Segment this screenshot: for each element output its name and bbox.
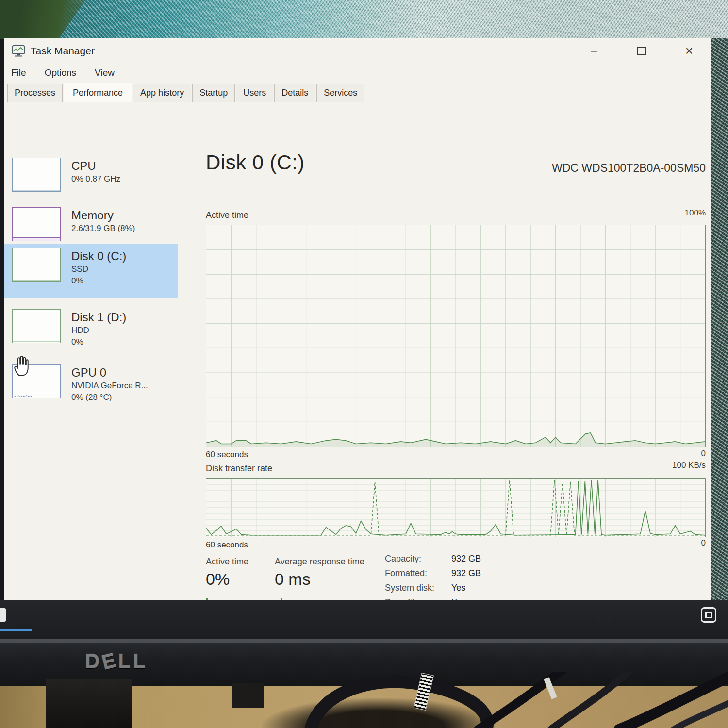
desktop-wallpaper-right [711,38,728,601]
capacity-label: Capacity: [385,554,451,564]
transfer-axis-left: 60 seconds [206,540,248,550]
maximize-button[interactable] [630,41,653,61]
cpu-title: CPU [71,159,120,173]
disk-detail-panel: Disk 0 (C:) WDC WDS100T2B0A-00SM50 Activ… [202,102,706,600]
stat-avg-response-value: 0 ms [275,570,364,589]
tab-details[interactable]: Details [274,84,315,102]
disk1-thumbnail-chart [12,309,61,343]
disk1-title: Disk 1 (D:) [71,310,126,325]
tab-startup[interactable]: Startup [192,84,235,102]
performance-content: CPU 0% 0.87 GHz Memory 2.6/31.9 GB (8%) [4,102,711,600]
stat-active-time-label: Active time [206,557,248,567]
tab-bar: Processes Performance App history Startu… [4,82,711,102]
close-button[interactable]: × [678,41,700,61]
performance-sidebar: CPU 0% 0.87 GHz Memory 2.6/31.9 GB (8%) [4,102,180,600]
active-time-chart [206,225,706,447]
cables [0,672,728,728]
disk0-thumb-baseline [13,280,60,281]
table-row: System disk: Yes [385,583,481,593]
capacity-value: 932 GB [451,554,481,564]
transfer-rate-max: 100 KB/s [672,461,706,470]
title-bar[interactable]: Task Manager – × [4,38,711,64]
menu-options[interactable]: Options [45,67,76,78]
window-controls: – × [583,41,700,61]
active-time-label: Active time [206,210,248,220]
taskbar-active-app-underline [0,629,32,631]
sidebar-item-disk0[interactable]: Disk 0 (C:) SSD 0% [4,244,178,298]
system-disk-label: System disk: [385,583,451,593]
sidebar-item-memory[interactable]: Memory 2.6/31.9 GB (8%) [4,203,178,245]
menu-view[interactable]: View [95,67,115,78]
desktop-wallpaper-top [0,0,728,39]
disk0-title: Disk 0 (C:) [71,249,126,264]
tab-processes[interactable]: Processes [7,84,63,102]
task-manager-window: Task Manager – × File Options View Proce… [4,38,711,600]
cpu-thumb-baseline [13,190,60,191]
memory-thumb-line [13,237,60,238]
wallpaper-cliff [0,0,107,39]
table-row: Formatted: 932 GB [385,568,481,579]
panel-title: Disk 0 (C:) [206,151,305,174]
gpu-name: NVIDIA GeForce R... [71,380,148,392]
tab-users[interactable]: Users [236,84,273,102]
disk0-type: SSD [71,264,126,275]
disk0-usage: 0% [71,275,126,287]
tray-window-icon-inner [705,612,712,618]
disk1-type: HDD [71,325,126,336]
cpu-thumbnail-chart [12,158,61,192]
memory-thumbnail-chart [12,207,61,241]
tab-app-history[interactable]: App history [133,84,191,102]
stat-avg-response-label: Average response time [275,557,364,567]
transfer-axis-right: 0 [701,538,706,548]
window-title: Task Manager [31,45,95,57]
sidebar-item-disk1[interactable]: Disk 1 (D:) HDD 0% [4,305,178,352]
memory-stats: 2.6/31.9 GB (8%) [71,223,135,234]
maximize-icon [637,47,646,55]
menu-file[interactable]: File [11,67,26,78]
memory-thumb-fill [13,238,60,241]
disk0-thumbnail-chart [12,248,61,282]
transfer-rate-label: Disk transfer rate [206,463,272,474]
tab-services[interactable]: Services [316,84,364,102]
photo-of-monitor: Task Manager – × File Options View Proce… [0,0,728,728]
minimize-button[interactable]: – [583,41,605,61]
disk1-usage: 0% [71,336,126,348]
system-disk-value: Yes [451,583,465,593]
stat-active-time-value: 0% [206,570,248,589]
taskbar-app-icon[interactable] [0,608,6,622]
active-time-axis-left: 60 seconds [206,450,248,460]
tray-window-icon[interactable] [701,607,716,623]
task-manager-icon [12,45,25,57]
windows-taskbar [0,600,728,639]
transfer-rate-chart [206,478,706,537]
table-row: Capacity: 932 GB [385,554,481,564]
memory-title: Memory [71,208,135,223]
gpu-thumb-activity [14,393,34,397]
active-time-max: 100% [685,208,706,218]
tab-performance[interactable]: Performance [64,83,132,102]
cpu-stats: 0% 0.87 GHz [71,173,120,185]
formatted-label: Formatted: [385,568,451,579]
disk-model: WDC WDS100T2B0A-00SM50 [552,162,706,175]
active-time-axis-right: 0 [701,449,706,459]
disk1-thumb-baseline [13,341,60,342]
mouse-hand-cursor [12,354,33,376]
gpu-usage: 0% (28 °C) [71,392,148,403]
sidebar-item-cpu[interactable]: CPU 0% 0.87 GHz [4,154,178,196]
gpu-title: GPU 0 [71,365,148,380]
formatted-value: 932 GB [451,568,481,579]
dell-logo: DELL [85,650,148,673]
bezel-top-edge [0,639,728,643]
menu-bar: File Options View [4,64,711,82]
